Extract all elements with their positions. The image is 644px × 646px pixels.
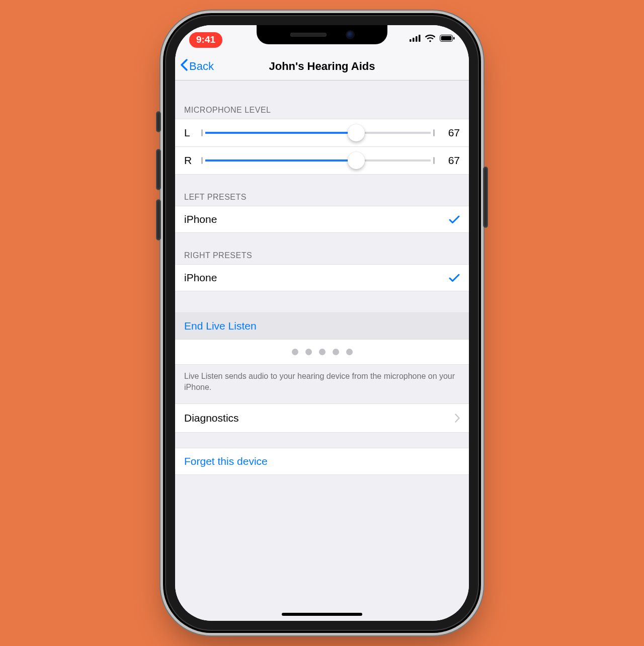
mute-switch [156, 112, 160, 132]
content: MICROPHONE LEVEL L 67 R [175, 80, 469, 621]
svg-rect-1 [413, 38, 415, 42]
cellular-icon [410, 35, 421, 42]
left-preset-label: iPhone [184, 213, 217, 225]
live-listen-description: Live Listen sends audio to your hearing … [175, 365, 469, 403]
notch [257, 25, 387, 44]
svg-rect-6 [453, 37, 455, 40]
mic-left-value: 67 [442, 127, 460, 139]
mic-right-row: R 67 [175, 147, 469, 175]
left-preset-iphone[interactable]: iPhone [175, 206, 469, 233]
level-dot [346, 349, 353, 355]
diagnostics-label: Diagnostics [184, 412, 239, 424]
svg-rect-0 [410, 39, 412, 42]
mic-right-label: R [184, 154, 194, 167]
mic-left-slider[interactable] [201, 125, 435, 140]
battery-icon [440, 35, 455, 42]
volume-down-btn [156, 200, 160, 240]
checkmark-icon [449, 273, 460, 282]
mic-right-fill [205, 159, 356, 162]
back-label: Back [189, 60, 214, 73]
home-indicator[interactable] [282, 613, 362, 616]
back-button[interactable]: Back [180, 59, 214, 74]
mic-left-label: L [184, 127, 194, 139]
power-btn [484, 167, 488, 227]
status-icons [410, 32, 455, 42]
slider-max-tick [433, 157, 435, 164]
slider-max-tick [433, 129, 435, 136]
screen: 9:41 [175, 25, 469, 621]
mic-left-thumb[interactable] [348, 124, 365, 141]
diagnostics-row[interactable]: Diagnostics [175, 403, 469, 433]
mic-level-header: MICROPHONE LEVEL [175, 80, 469, 119]
forget-device-label: Forget this device [184, 455, 268, 467]
front-camera [347, 31, 354, 38]
right-presets-header: RIGHT PRESETS [175, 233, 469, 264]
nav-bar: Back John's Hearing Aids [175, 52, 469, 80]
right-preset-iphone[interactable]: iPhone [175, 264, 469, 291]
end-live-listen-label: End Live Listen [184, 320, 257, 332]
live-listen-level-meter [175, 340, 469, 365]
level-dot [319, 349, 326, 355]
level-dot [305, 349, 312, 355]
earpiece-speaker [290, 33, 327, 37]
slider-min-tick [201, 157, 203, 164]
slider-min-tick [201, 129, 203, 136]
phone-frame: 9:41 [166, 16, 478, 630]
checkmark-icon [449, 215, 460, 224]
mic-right-thumb[interactable] [348, 152, 365, 169]
mic-left-fill [205, 132, 356, 134]
chevron-left-icon [180, 59, 189, 74]
volume-up-btn [156, 149, 160, 190]
forget-device-button[interactable]: Forget this device [175, 448, 469, 475]
mic-right-value: 67 [442, 154, 460, 167]
recording-time-pill[interactable]: 9:41 [189, 32, 222, 48]
level-dot [292, 349, 298, 355]
mic-right-slider[interactable] [201, 153, 435, 168]
svg-rect-3 [419, 35, 421, 42]
wifi-icon [425, 34, 436, 42]
level-dot [333, 349, 339, 355]
page-title: John's Hearing Aids [269, 60, 375, 73]
mic-left-row: L 67 [175, 119, 469, 147]
svg-rect-5 [441, 36, 452, 41]
left-presets-header: LEFT PRESETS [175, 175, 469, 206]
chevron-right-icon [455, 414, 460, 423]
svg-rect-2 [416, 36, 418, 42]
end-live-listen-button[interactable]: End Live Listen [175, 312, 469, 340]
right-preset-label: iPhone [184, 272, 217, 284]
